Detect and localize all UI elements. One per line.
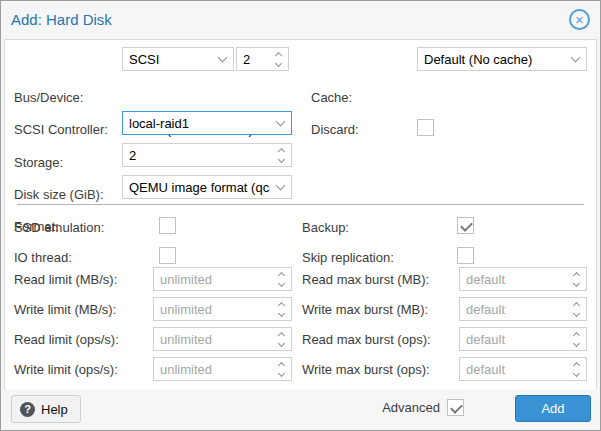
device-number-value[interactable]: [237, 48, 269, 70]
storage-label: Storage:: [14, 155, 63, 170]
spinner-arrows[interactable]: [272, 298, 291, 320]
disk-size-spinner[interactable]: [122, 143, 292, 167]
read-burst-ops-label: Read max burst (ops):: [302, 332, 431, 347]
section-divider: [17, 204, 584, 205]
write-burst-mb-spinner[interactable]: [459, 297, 587, 321]
backup-label: Backup:: [302, 220, 349, 235]
spinner-arrows[interactable]: [272, 328, 291, 350]
advanced-checkbox[interactable]: [447, 399, 464, 416]
close-icon[interactable]: ×: [569, 9, 590, 30]
spinner-up-icon[interactable]: [567, 298, 586, 309]
bus-device-label: Bus/Device:: [14, 90, 83, 105]
scsi-controller-label: SCSI Controller:: [14, 122, 108, 137]
skip-replication-checkbox[interactable]: [457, 247, 474, 264]
spinner-down-icon[interactable]: [567, 279, 586, 290]
write-burst-mb-label: Write max burst (MB):: [302, 302, 428, 317]
read-limit-ops-input[interactable]: [154, 328, 272, 350]
read-limit-mbs-label: Read limit (MB/s):: [14, 272, 117, 287]
chevron-down-icon[interactable]: [270, 112, 291, 134]
spinner-down-icon[interactable]: [272, 155, 291, 166]
cache-label: Cache:: [311, 90, 352, 105]
format-value[interactable]: [123, 176, 270, 198]
read-burst-ops-input[interactable]: [460, 328, 567, 350]
write-limit-mbs-input[interactable]: [154, 298, 272, 320]
dialog-titlebar: Add: Hard Disk ×: [1, 1, 600, 39]
device-number-spinner[interactable]: [236, 47, 289, 71]
write-limit-ops-spinner[interactable]: [153, 357, 292, 381]
write-limit-ops-input[interactable]: [154, 358, 272, 380]
spinner-up-icon[interactable]: [567, 358, 586, 369]
spinner-up-icon[interactable]: [272, 268, 291, 279]
spinner-up-icon[interactable]: [272, 328, 291, 339]
dialog-footer: ? Help Advanced Add: [1, 389, 600, 430]
ssd-emulation-checkbox[interactable]: [159, 217, 176, 234]
advanced-label: Advanced: [382, 400, 440, 415]
spinner-arrows[interactable]: [567, 358, 586, 380]
read-limit-mbs-input[interactable]: [154, 268, 272, 290]
disk-size-label: Disk size (GiB):: [14, 187, 104, 202]
read-limit-ops-spinner[interactable]: [153, 327, 292, 351]
advanced-toggle: Advanced: [382, 399, 464, 416]
format-select[interactable]: [122, 175, 292, 199]
help-button[interactable]: ? Help: [11, 395, 81, 423]
chevron-down-icon[interactable]: [212, 48, 233, 70]
write-burst-ops-input[interactable]: [460, 358, 567, 380]
disk-size-value[interactable]: [123, 144, 272, 166]
spinner-up-icon[interactable]: [272, 298, 291, 309]
cache-value[interactable]: [418, 48, 565, 70]
cache-select[interactable]: [417, 47, 587, 71]
add-hard-disk-dialog: Add: Hard Disk × Bus/Device: Cache: SCSI…: [0, 0, 601, 431]
write-burst-ops-spinner[interactable]: [459, 357, 587, 381]
chevron-down-icon[interactable]: [565, 48, 586, 70]
help-button-label: Help: [41, 402, 68, 417]
spinner-down-icon[interactable]: [567, 369, 586, 380]
write-limit-mbs-label: Write limit (MB/s):: [14, 302, 116, 317]
spinner-down-icon[interactable]: [272, 279, 291, 290]
write-limit-ops-label: Write limit (ops/s):: [14, 362, 118, 377]
spinner-up-icon[interactable]: [272, 144, 291, 155]
spinner-arrows[interactable]: [272, 358, 291, 380]
dialog-title: Add: Hard Disk: [11, 11, 112, 28]
spinner-down-icon[interactable]: [269, 59, 288, 70]
read-burst-mb-spinner[interactable]: [459, 267, 587, 291]
bus-device-select[interactable]: [122, 47, 234, 71]
discard-checkbox[interactable]: [417, 119, 434, 136]
spinner-up-icon[interactable]: [269, 48, 288, 59]
spinner-down-icon[interactable]: [272, 339, 291, 350]
add-button[interactable]: Add: [515, 395, 591, 422]
spinner-arrows[interactable]: [272, 144, 291, 166]
spinner-arrows[interactable]: [269, 48, 288, 70]
spinner-up-icon[interactable]: [567, 328, 586, 339]
skip-replication-label: Skip replication:: [302, 250, 394, 265]
io-thread-checkbox[interactable]: [159, 247, 176, 264]
spinner-arrows[interactable]: [272, 268, 291, 290]
read-limit-ops-label: Read limit (ops/s):: [14, 332, 119, 347]
storage-value[interactable]: [123, 112, 270, 134]
read-limit-mbs-spinner[interactable]: [153, 267, 292, 291]
write-limit-mbs-spinner[interactable]: [153, 297, 292, 321]
read-burst-mb-label: Read max burst (MB):: [302, 272, 429, 287]
chevron-down-icon[interactable]: [270, 176, 291, 198]
io-thread-label: IO thread:: [14, 250, 72, 265]
spinner-down-icon[interactable]: [567, 339, 586, 350]
write-burst-mb-input[interactable]: [460, 298, 567, 320]
backup-checkbox[interactable]: [457, 217, 474, 234]
dialog-body: Bus/Device: Cache: SCSI Controller: Defa…: [4, 39, 597, 391]
spinner-down-icon[interactable]: [567, 309, 586, 320]
spinner-down-icon[interactable]: [272, 369, 291, 380]
read-burst-mb-input[interactable]: [460, 268, 567, 290]
spinner-up-icon[interactable]: [272, 358, 291, 369]
spinner-down-icon[interactable]: [272, 309, 291, 320]
storage-select[interactable]: [122, 111, 292, 135]
discard-label: Discard:: [311, 122, 359, 137]
spinner-arrows[interactable]: [567, 298, 586, 320]
spinner-arrows[interactable]: [567, 268, 586, 290]
spinner-arrows[interactable]: [567, 328, 586, 350]
ssd-emulation-label: SSD emulation:: [14, 220, 104, 235]
bus-device-value[interactable]: [123, 48, 212, 70]
read-burst-ops-spinner[interactable]: [459, 327, 587, 351]
help-icon: ?: [20, 402, 35, 417]
write-burst-ops-label: Write max burst (ops):: [302, 362, 430, 377]
spinner-up-icon[interactable]: [567, 268, 586, 279]
